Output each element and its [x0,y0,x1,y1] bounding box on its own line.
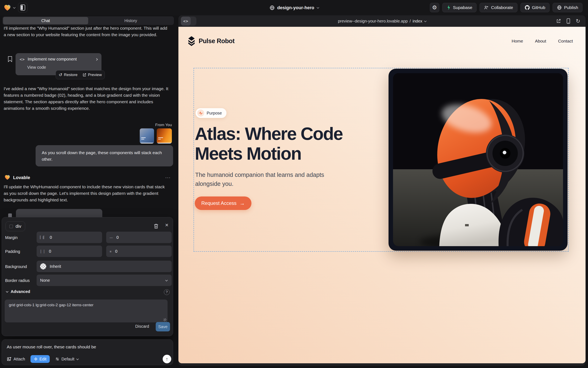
project-caret-icon [317,6,319,9]
arrow-up-icon: ↑ [166,356,168,362]
pulse-robot-logo-icon [187,36,196,46]
tab-chat[interactable]: Chat [3,17,88,24]
model-label: Default [61,357,74,361]
hero-heading: Atlas: Where Code Meets Motion [195,124,342,163]
model-caret-icon [76,357,79,360]
padding-y-input[interactable]: ≡ 0 [106,246,172,257]
workspace-caret-icon[interactable] [13,6,16,9]
target-icon [34,357,38,361]
supabase-button[interactable]: Supabase [442,3,477,12]
close-icon[interactable]: × [165,222,168,228]
sliders-icon [55,357,59,361]
request-access-label: Request Access [201,200,237,206]
site-brand[interactable]: Pulse Robot [187,36,235,46]
mobile-view-icon[interactable] [566,18,570,24]
padding-x-icon: │ │ [40,250,45,253]
composer-input[interactable]: As user mouse roll over, these cards sho… [7,344,96,350]
attachment-thumbnail-blue[interactable] [140,129,154,144]
assistant-message-2: I've added a new "Why Humanoid" section … [4,85,169,112]
publish-button[interactable]: Publish [553,3,582,12]
margin-x-input[interactable]: ▏|▏ 0 [37,232,102,243]
refresh-icon[interactable]: ↻ [576,18,580,24]
lovable-heart-icon [4,174,11,181]
tab-history[interactable]: History [88,17,173,24]
github-button[interactable]: GitHub [521,3,550,12]
top-bar: design-your-hero ⚙ Supabase Collaborate … [0,0,588,15]
selected-element-tag: div [16,224,21,229]
selected-element-chip[interactable]: div [6,221,25,231]
restore-icon: ↺ [59,72,62,77]
request-access-button[interactable]: Request Access → [195,196,251,210]
preview-url-bar[interactable]: preview--design-your-hero.lovable.app / … [178,15,586,27]
margin-x-value: 0 [50,235,52,240]
open-external-icon[interactable] [556,18,561,24]
padding-x-input[interactable]: │ │ 0 [37,246,102,257]
nav-about[interactable]: About [535,39,546,44]
save-button[interactable]: Save [156,322,170,331]
from-you-label: From You [4,123,172,127]
background-label: Background [5,264,27,269]
publish-globe-icon [557,5,562,10]
restore-button[interactable]: ↺ Restore [59,72,77,77]
select-caret-icon [165,279,168,281]
nav-home[interactable]: Home [512,39,523,44]
padding-y-icon: ≡ [110,250,112,253]
margin-label: Margin [5,235,18,240]
url-caret-icon [424,19,427,22]
project-name: design-your-hero [277,5,314,10]
attachment-thumbnail-orange[interactable] [157,129,172,144]
robot-image [393,73,563,246]
element-outline-icon [9,225,13,228]
trash-icon[interactable] [154,223,159,229]
border-radius-label: Border radius [5,278,30,283]
arrow-right-icon: → [240,200,245,206]
purpose-badge: Purpose [196,108,227,118]
edit-mode-button[interactable]: Edit [30,355,50,363]
advanced-caret-icon [6,290,9,293]
chat-composer[interactable]: As user mouse roll over, these cards sho… [2,339,173,365]
send-button[interactable]: ↑ [163,355,171,363]
code-icon: <> [20,57,25,62]
assistant-name: Lovable [13,175,30,180]
component-card-chevron-icon[interactable] [95,58,98,61]
attach-button[interactable]: Attach [7,357,25,361]
preview-path: index [413,19,422,24]
advanced-section-toggle[interactable]: Advanced [6,289,30,294]
supabase-bolt-icon [447,5,451,10]
message-menu-icon[interactable]: … [165,173,171,180]
margin-y-value: 0 [116,235,119,240]
github-icon [525,5,530,10]
nav-contact[interactable]: Contact [558,39,573,44]
padding-label: Padding [5,249,20,254]
assistant-message-3: I'll update the WhyHumanoid component to… [4,184,169,203]
edit-label: Edit [39,357,47,361]
collaborate-button[interactable]: Collaborate [480,3,517,12]
bookmark-icon[interactable] [7,56,13,62]
preview-url: preview--design-your-hero.lovable.app [338,19,408,24]
discard-button[interactable]: Discard [135,324,149,329]
settings-button[interactable]: ⚙ [430,3,439,12]
lovable-heart-logo[interactable] [3,3,11,12]
gear-icon: ⚙ [432,4,437,11]
background-value: Inherit [50,264,61,269]
preview-button[interactable]: Preview [82,73,102,77]
model-selector[interactable]: Default [55,357,78,361]
github-label: GitHub [532,5,545,10]
sidebar-toggle-button[interactable] [18,3,28,12]
collaborate-label: Collaborate [491,5,513,10]
preview-label: Preview [88,73,102,77]
help-icon[interactable]: ? [164,289,170,295]
background-input[interactable]: Inherit [37,261,172,272]
purpose-badge-label: Purpose [207,111,222,116]
view-code-link[interactable]: View code [27,65,46,70]
component-card-title: Implement new component [28,57,77,62]
advanced-label: Advanced [11,289,30,294]
globe-icon [269,5,275,10]
margin-y-input[interactable]: — 0 [106,232,172,243]
hidden-bookmark-fragment [8,213,12,217]
preview-pane: <> preview--design-your-hero.lovable.app… [178,15,586,366]
project-switcher[interactable]: design-your-hero [269,0,319,15]
classes-textarea[interactable]: grid grid-cols-1 lg:grid-cols-2 gap-12 i… [5,300,168,322]
chat-history-tabs: Chat History [2,16,174,25]
border-radius-select[interactable]: None [37,275,172,286]
